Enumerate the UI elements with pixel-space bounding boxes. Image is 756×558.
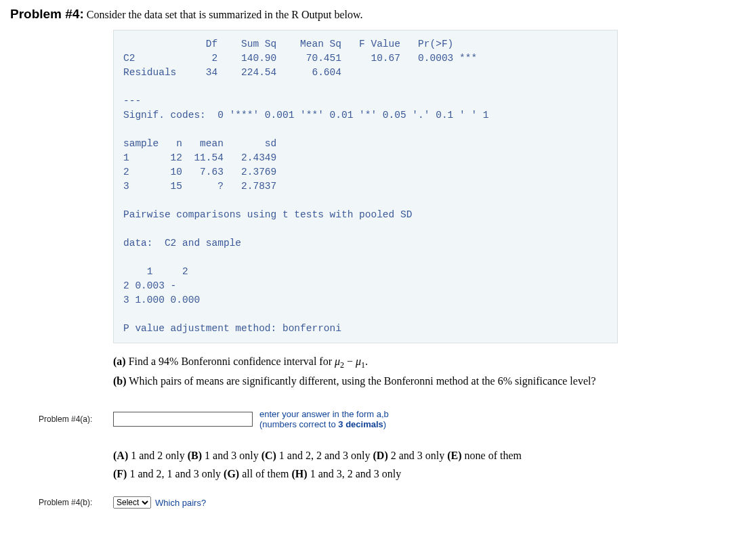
- code-line: Pairwise comparisons using t tests with …: [123, 209, 412, 220]
- code-line: 1 12 11.54 2.4349: [123, 152, 276, 163]
- sub2: 2: [340, 361, 344, 370]
- mu2: μ: [335, 356, 340, 367]
- opt-D-text: 2 and 3 only: [388, 450, 448, 461]
- hint-line2c: ): [383, 419, 386, 429]
- code-line: Signif. codes: 0 '***' 0.001 '**' 0.01 '…: [123, 110, 489, 121]
- opt-C: (C): [261, 450, 276, 461]
- opt-H: (H): [292, 468, 308, 479]
- opt-C-text: 1 and 2, 2 and 3 only: [276, 450, 373, 461]
- answer-a-row: Problem #4(a): enter your answer in the …: [10, 409, 746, 430]
- opt-B: (B): [188, 450, 202, 461]
- opt-G-text: all of them: [239, 468, 291, 479]
- hint-line2a: (numbers correct to: [259, 419, 338, 429]
- code-line: 1 2: [123, 266, 188, 277]
- part-b-text: Which pairs of means are significantly d…: [127, 375, 596, 387]
- problem-number: Problem #4:: [10, 7, 84, 21]
- hint-line2b: 3 decimals: [338, 419, 383, 429]
- code-line: Df Sum Sq Mean Sq F Value Pr(>F): [123, 39, 453, 49]
- code-line: 2 10 7.63 2.3769: [123, 167, 276, 177]
- hint-line1: enter your answer in the form a,b: [259, 409, 389, 419]
- opt-E-text: none of them: [462, 450, 522, 461]
- code-line: sample n mean sd: [123, 138, 276, 149]
- options-row1: (A) 1 and 2 only (B) 1 and 3 only (C) 1 …: [113, 446, 746, 465]
- problem-header: Problem #4: Consider the data set that i…: [10, 7, 746, 22]
- answer-b-hint: Which pairs?: [155, 498, 206, 508]
- code-line: P value adjustment method: bonferroni: [123, 323, 341, 334]
- answer-a-hint: enter your answer in the form a,b (numbe…: [259, 409, 389, 430]
- part-a-text: Find a 94% Bonferonni confidence interva…: [126, 356, 335, 367]
- answer-a-input[interactable]: [113, 412, 253, 427]
- code-line: C2 2 140.90 70.451 10.67 0.0003 ***: [123, 53, 477, 64]
- part-a-label: (a): [113, 356, 126, 367]
- mu1: μ: [356, 356, 361, 367]
- opt-G: (G): [224, 468, 239, 479]
- code-line: Residuals 34 224.54 6.604: [123, 67, 341, 78]
- options-block: (A) 1 and 2 only (B) 1 and 3 only (C) 1 …: [113, 446, 746, 483]
- question-parts: (a) Find a 94% Bonferonni confidence int…: [113, 356, 746, 387]
- opt-F-text: 1 and 2, 1 and 3 only: [127, 468, 224, 479]
- opt-H-text: 1 and 3, 2 and 3 only: [308, 468, 402, 479]
- opt-F: (F): [113, 468, 127, 479]
- opt-A: (A): [113, 450, 128, 461]
- options-row2: (F) 1 and 2, 1 and 3 only (G) all of the…: [113, 465, 746, 483]
- answer-b-row: Problem #4(b): Select Which pairs?: [10, 496, 746, 509]
- opt-E: (E): [447, 450, 461, 461]
- code-line: ---: [123, 95, 141, 106]
- answer-b-label: Problem #4(b):: [10, 498, 113, 507]
- part-a-end: .: [365, 356, 368, 367]
- code-line: 3 1.000 0.000: [123, 295, 200, 305]
- opt-B-text: 1 and 3 only: [202, 450, 261, 461]
- opt-D: (D): [373, 450, 388, 461]
- code-line: 3 15 ? 2.7837: [123, 181, 276, 192]
- part-a: (a) Find a 94% Bonferonni confidence int…: [113, 356, 746, 370]
- intro-text: Consider the data set that is summarized…: [87, 9, 363, 20]
- opt-A-text: 1 and 2 only: [128, 450, 188, 461]
- code-line: 2 0.003 -: [123, 280, 176, 291]
- part-b: (b) Which pairs of means are significant…: [113, 375, 746, 387]
- r-output-block: Df Sum Sq Mean Sq F Value Pr(>F) C2 2 14…: [113, 30, 618, 343]
- code-line: data: C2 and sample: [123, 238, 241, 249]
- part-b-label: (b): [113, 375, 127, 387]
- answer-a-label: Problem #4(a):: [10, 414, 113, 424]
- answer-b-select[interactable]: Select: [113, 496, 151, 509]
